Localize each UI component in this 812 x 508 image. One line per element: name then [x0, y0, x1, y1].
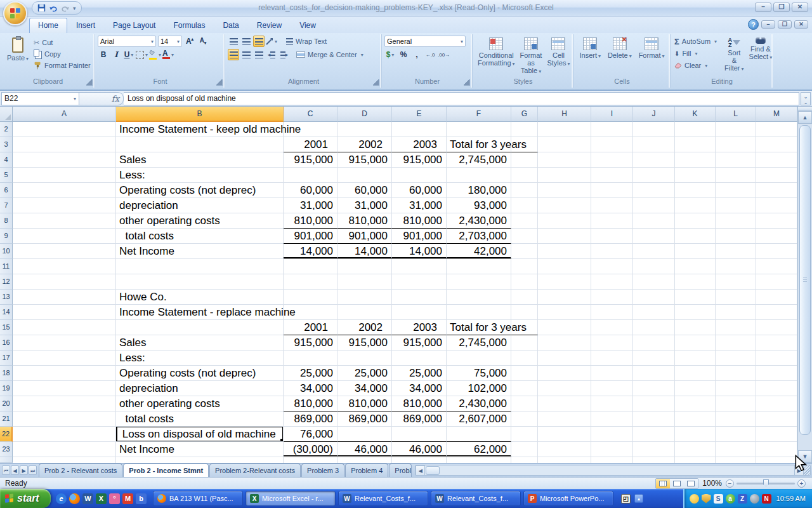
cell-J17[interactable] [633, 351, 675, 366]
cell-K10[interactable] [675, 244, 716, 259]
cell-E7[interactable]: 31,000 [392, 198, 447, 213]
cell-H12[interactable] [538, 274, 591, 290]
cell-D21[interactable]: 869,000 [337, 411, 392, 427]
ribbon-tab-home[interactable]: Home [29, 18, 67, 33]
cell-F17[interactable] [447, 351, 511, 366]
cell-J13[interactable] [633, 290, 675, 305]
taskbar-collapse-chevron-icon[interactable]: ▴ [634, 494, 643, 503]
column-header-G[interactable]: G [511, 107, 538, 122]
cell-I12[interactable] [591, 274, 633, 290]
cell-D4[interactable]: 915,000 [337, 152, 392, 168]
cell-I18[interactable] [591, 366, 633, 381]
cell-J21[interactable] [633, 411, 675, 427]
cell-E21[interactable]: 869,000 [392, 411, 447, 427]
cell-F8[interactable]: 2,430,000 [447, 213, 511, 229]
cell-H9[interactable] [538, 229, 591, 244]
cell-E14[interactable] [392, 305, 447, 320]
grow-font-button[interactable]: A▴ [184, 36, 195, 47]
cell-I14[interactable] [591, 305, 633, 320]
cell-B17[interactable]: Less: [116, 351, 284, 366]
cell-L11[interactable] [716, 259, 756, 274]
cell-K4[interactable] [675, 152, 716, 168]
cell-D7[interactable]: 31,000 [337, 198, 392, 213]
insert-function-button[interactable]: fx [79, 92, 124, 105]
cell-A18[interactable] [13, 366, 116, 381]
cell-E10[interactable]: 14,000 [392, 244, 447, 259]
row-header-22[interactable]: 22 [0, 427, 13, 442]
cell-F4[interactable]: 2,745,000 [447, 152, 511, 168]
cell-M19[interactable] [756, 381, 797, 396]
cell-L23[interactable] [716, 442, 756, 457]
cell-G11[interactable] [511, 259, 538, 274]
formula-bar-expand-button[interactable]: ⌄⌄ [801, 92, 811, 105]
delete-cells-button[interactable]: Delete [605, 36, 634, 77]
cell-A23[interactable] [13, 442, 116, 457]
cell-A2[interactable] [13, 122, 116, 137]
cell-M16[interactable] [756, 335, 797, 351]
merge-center-button[interactable]: Merge & Center [295, 49, 365, 60]
cell-D16[interactable]: 915,000 [337, 335, 392, 351]
align-left-button[interactable] [228, 49, 239, 60]
start-button[interactable]: start [0, 489, 51, 508]
row-header-17[interactable]: 17 [0, 351, 13, 366]
cell-G24[interactable] [511, 457, 538, 463]
row-header-11[interactable]: 11 [0, 259, 13, 274]
cell-H13[interactable] [538, 290, 591, 305]
first-sheet-button[interactable]: ⏮ [2, 465, 10, 475]
cell-C21[interactable]: 869,000 [284, 411, 337, 427]
cell-B3[interactable] [116, 137, 284, 152]
bottom-align-button[interactable] [253, 36, 265, 47]
cell-K24[interactable] [675, 457, 716, 463]
cell-H4[interactable] [538, 152, 591, 168]
cell-L15[interactable] [716, 320, 756, 335]
cell-M2[interactable] [756, 122, 797, 137]
cell-E5[interactable] [392, 168, 447, 183]
cell-I17[interactable] [591, 351, 633, 366]
cell-B20[interactable]: other operating costs [116, 396, 284, 411]
cell-G22[interactable] [511, 427, 538, 442]
next-sheet-button[interactable]: ▶ [20, 465, 28, 475]
normal-view-button[interactable] [656, 479, 670, 488]
cell-F3[interactable]: Total for 3 years [447, 137, 511, 152]
workbook-close-button[interactable]: ✕ [794, 20, 808, 29]
autosum-button[interactable]: ΣAutoSum [673, 36, 718, 47]
tray-netflix-icon[interactable]: N [762, 494, 771, 504]
cell-L22[interactable] [716, 427, 756, 442]
cell-H5[interactable] [538, 168, 591, 183]
cell-J10[interactable] [633, 244, 675, 259]
cell-B21[interactable]: total costs [116, 411, 284, 427]
page-layout-view-button[interactable] [670, 479, 684, 488]
cell-E20[interactable]: 810,000 [392, 396, 447, 411]
cell-M20[interactable] [756, 396, 797, 411]
row-header-24[interactable] [0, 457, 13, 463]
workbook-restore-button[interactable]: ❐ [778, 20, 792, 29]
clock[interactable]: 10:59 AM [776, 495, 806, 502]
cell-H8[interactable] [538, 213, 591, 229]
cell-B2[interactable]: Income Statement - keep old machine [116, 122, 284, 137]
cell-L7[interactable] [716, 198, 756, 213]
cell-B15[interactable] [116, 320, 284, 335]
cell-B4[interactable]: Sales [116, 152, 284, 168]
cell-I4[interactable] [591, 152, 633, 168]
decrease-decimal-button[interactable]: .00→ [438, 49, 450, 60]
cell-L10[interactable] [716, 244, 756, 259]
cell-L2[interactable] [716, 122, 756, 137]
internet-explorer-icon[interactable]: e [56, 493, 67, 504]
paste-button[interactable]: Paste [3, 36, 32, 77]
cell-E24[interactable] [392, 457, 447, 463]
cell-L4[interactable] [716, 152, 756, 168]
cell-L19[interactable] [716, 381, 756, 396]
cell-I16[interactable] [591, 335, 633, 351]
cell-B19[interactable]: depreciation [116, 381, 284, 396]
cell-A12[interactable] [13, 274, 116, 290]
cell-D11[interactable] [337, 259, 392, 274]
taskbar-button-microsoft-excel-r[interactable]: XMicrosoft Excel - r... [246, 491, 336, 506]
cell-E9[interactable]: 901,000 [392, 229, 447, 244]
cell-I15[interactable] [591, 320, 633, 335]
cell-G17[interactable] [511, 351, 538, 366]
cell-D15[interactable]: 2002 [337, 320, 392, 335]
cell-A3[interactable] [13, 137, 116, 152]
cell-C11[interactable] [284, 259, 337, 274]
cell-F9[interactable]: 2,703,000 [447, 229, 511, 244]
cell-M6[interactable] [756, 183, 797, 198]
